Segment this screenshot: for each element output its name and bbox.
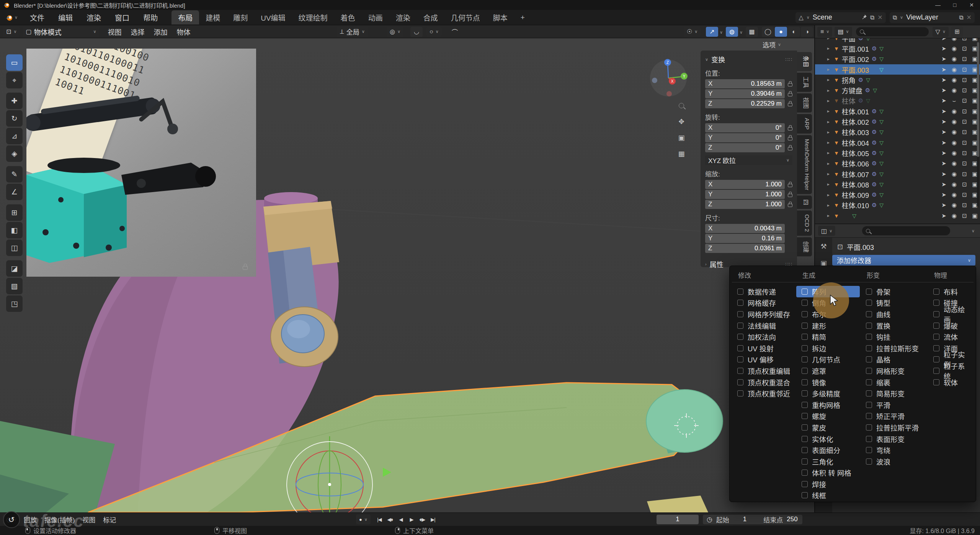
selectable-arrow-icon[interactable]: ➤ <box>939 45 949 52</box>
expand-arrow-icon[interactable]: ► <box>826 120 831 124</box>
playback-button[interactable]: ◀♦ <box>385 515 395 524</box>
pin-icon[interactable] <box>862 14 867 21</box>
modifier-menu-item[interactable]: 拉普拉斯平滑 <box>861 422 926 433</box>
wireframe-shading-button[interactable]: ◯ <box>762 27 774 37</box>
tool-button[interactable]: ◳ <box>6 295 23 312</box>
expand-arrow-icon[interactable]: ► <box>826 151 831 155</box>
outliner-row[interactable]: ► ▼ 柱体 ⚙ ▽ ➤ ◉ ⌣ ⊡ ▣ <box>815 96 980 106</box>
expand-arrow-icon[interactable]: ► <box>826 130 831 134</box>
selectable-arrow-icon[interactable]: ➤ <box>939 181 949 188</box>
topbar-menu[interactable]: 编辑 <box>51 12 80 23</box>
show-overlays-toggle[interactable]: ◍ <box>726 27 738 37</box>
rotation-field[interactable]: Z 0° <box>705 143 785 152</box>
location-field[interactable]: Y 0.39046 m <box>705 89 785 98</box>
eye-open-icon[interactable]: ◉ <box>949 150 959 157</box>
viewport-disable-icon[interactable]: ⊡ <box>959 212 970 219</box>
workspace-tab[interactable]: 着色 <box>334 10 362 24</box>
viewport-disable-icon[interactable]: ⊡ <box>959 191 970 198</box>
expand-arrow-icon[interactable]: ► <box>826 172 831 176</box>
selectable-arrow-icon[interactable]: ➤ <box>939 87 949 94</box>
outliner-scrollbar[interactable] <box>977 42 979 207</box>
current-frame-field[interactable]: 1 <box>657 515 699 524</box>
playback-button[interactable]: ▶ <box>407 515 416 524</box>
scene-selector[interactable]: △ ∨ Scene ⧉ ✕ <box>795 12 885 23</box>
tool-button[interactable]: ⊞ <box>6 204 23 221</box>
object-name[interactable]: 柱体.001 <box>842 106 869 116</box>
blender-app-menu-button[interactable]: ∨ <box>0 14 23 21</box>
selectable-arrow-icon[interactable]: ➤ <box>939 202 949 209</box>
eye-closed-icon[interactable]: ⌣ <box>949 97 959 104</box>
sidebar-tab[interactable]: OCD 2 <box>797 210 812 236</box>
expand-arrow-icon[interactable]: ► <box>826 99 831 103</box>
viewport-menu[interactable]: 视图 <box>103 27 126 37</box>
workspace-tab[interactable]: 建模 <box>199 10 227 24</box>
outliner-row[interactable]: ► ▼ 方键盘 ⚙ ▽ ➤ ◉ ⌣ ⊡ ▣ <box>815 85 980 95</box>
eye-open-icon[interactable]: ◉ <box>949 38 959 42</box>
modifier-menu-item[interactable]: 矫正平滑 <box>861 411 926 422</box>
workspace-tab[interactable]: 布局 <box>172 10 199 24</box>
chevron-down-icon[interactable]: ∨ <box>740 30 743 35</box>
object-name[interactable]: 方键盘 <box>842 85 862 95</box>
eye-open-icon[interactable]: ◉ <box>949 87 959 94</box>
lock-icon[interactable] <box>788 194 792 197</box>
selectable-arrow-icon[interactable]: ➤ <box>939 150 949 157</box>
add-modifier-button[interactable]: 添加修改器 ∨ <box>832 255 975 266</box>
transform-orientation-selector[interactable]: ⟂ 全局 ∨ <box>337 27 368 37</box>
modifier-menu-item[interactable]: 拉普拉斯形变 <box>861 343 926 354</box>
playback-button[interactable]: ◀ <box>396 515 406 524</box>
window-control-button[interactable]: □ <box>946 2 963 8</box>
mode-selector[interactable]: ▢ 物体模式 ∨ <box>23 27 99 37</box>
scale-field[interactable]: Y 1.000 <box>705 190 785 199</box>
tool-button[interactable]: ⊿ <box>6 128 23 144</box>
3d-viewport-canvas[interactable]: 0011010100100001011010001110100011100101… <box>0 38 814 512</box>
eye-open-icon[interactable]: ◉ <box>949 191 959 198</box>
sidebar-tab[interactable]: ARP <box>797 114 812 134</box>
modifier-menu-item[interactable]: 平滑 <box>861 399 926 411</box>
sidebar-tab[interactable]: 创建 <box>797 237 812 256</box>
viewlayer-selector[interactable]: ⧉ ∨ ViewLayer ⧉ ✕ <box>890 12 975 23</box>
blue-disc-object[interactable] <box>281 315 324 353</box>
viewport-disable-icon[interactable]: ⊡ <box>959 171 970 178</box>
modifier-menu-item[interactable]: 粒子系统 <box>928 365 975 377</box>
modifier-menu-item[interactable]: 网格形变 <box>861 365 926 377</box>
workspace-tab[interactable]: + <box>514 11 531 24</box>
object-name[interactable]: 柱体.010 <box>842 200 869 210</box>
modifier-menu-item[interactable]: 流体 <box>928 331 975 343</box>
object-name[interactable]: 柱体.004 <box>842 138 869 148</box>
delete-scene-icon[interactable]: ✕ <box>877 14 882 21</box>
selectable-arrow-icon[interactable]: ➤ <box>939 55 949 62</box>
viewport-disable-icon[interactable]: ⊡ <box>959 108 970 115</box>
outliner-search-input[interactable] <box>856 27 929 36</box>
expand-arrow-icon[interactable]: ► <box>826 203 831 207</box>
transform-panel-header[interactable]: ∨ 变换 ∷∷ <box>705 54 792 64</box>
scale-field[interactable]: X 1.000 <box>705 180 785 189</box>
object-name[interactable]: 柱体.008 <box>842 179 869 189</box>
modifier-menu-item[interactable]: 蒙皮 <box>796 422 860 433</box>
viewport-disable-icon[interactable]: ⊡ <box>959 97 970 104</box>
eye-open-icon[interactable]: ◉ <box>949 118 959 125</box>
outliner-row[interactable]: ► ▼ 拐角 ⚙ ▽ ➤ ◉ ⌣ ⊡ ▣ <box>815 75 980 85</box>
selectable-arrow-icon[interactable]: ➤ <box>939 118 949 125</box>
modifier-menu-item[interactable]: 重构网格 <box>796 399 860 411</box>
outliner-editor-type-button[interactable]: ≡∨ <box>817 27 832 37</box>
expand-arrow-icon[interactable]: ► <box>826 67 831 72</box>
modifier-menu-item[interactable]: 拆边 <box>796 343 860 354</box>
outliner-row[interactable]: ► ▼ 平面.003 ⚙ ▽ ➤ ◉ ⌣ ⊡ ▣ <box>815 64 980 75</box>
eye-open-icon[interactable]: ◉ <box>949 66 959 73</box>
render-camera-icon[interactable]: ▣ <box>970 38 980 42</box>
sidebar-tab[interactable]: 四 <box>797 196 812 209</box>
modifier-menu-item[interactable]: 简易形变 <box>861 388 926 399</box>
topbar-menu[interactable]: 窗口 <box>108 12 136 23</box>
selectable-arrow-icon[interactable]: ➤ <box>939 191 949 198</box>
object-name[interactable]: 柱体.003 <box>842 127 869 137</box>
zoom-icon[interactable] <box>675 99 688 113</box>
workspace-tab[interactable]: 雕刻 <box>227 10 254 24</box>
selectable-arrow-icon[interactable]: ➤ <box>939 108 949 115</box>
object-name[interactable]: 柱体 <box>842 96 856 106</box>
falloff-curve-button[interactable]: ⌒ <box>449 27 461 37</box>
dimension-field[interactable]: Y 0.16 m <box>705 234 785 243</box>
scale-field[interactable]: Z 1.000 <box>705 200 785 209</box>
viewport-disable-icon[interactable]: ⊡ <box>959 118 970 125</box>
modifier-menu-item[interactable]: 骨架 <box>861 286 926 297</box>
modifier-menu-item[interactable]: 数据传递 <box>732 286 795 297</box>
